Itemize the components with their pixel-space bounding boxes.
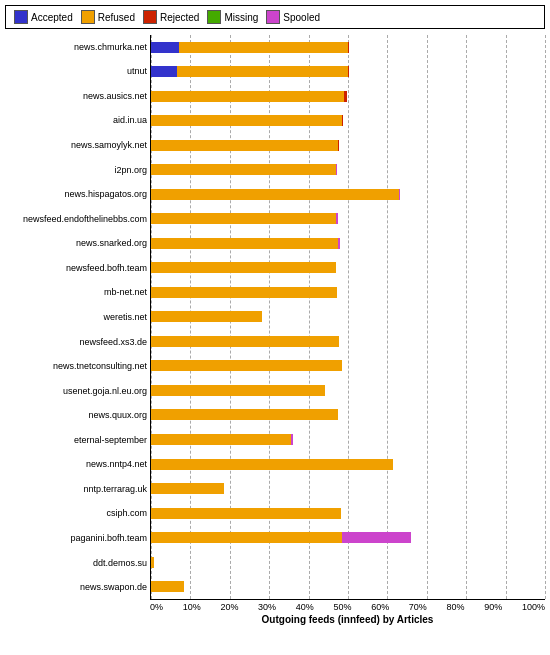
chart-container: AcceptedRefusedRejectedMissingSpooled ne… <box>0 0 550 655</box>
y-label: news.tnetconsulting.net <box>5 362 147 371</box>
y-label: mb-net.net <box>5 288 147 297</box>
bar-row: 71263 <box>151 334 545 348</box>
legend-label-refused: Refused <box>98 12 135 23</box>
x-axis-label: 20% <box>220 602 238 612</box>
bar-row: 42293 <box>151 310 545 324</box>
x-axis-label: 0% <box>150 602 163 612</box>
bar-segment-refused <box>151 434 291 445</box>
x-axis-label: 70% <box>409 602 427 612</box>
y-label: news.nntp4.net <box>5 460 147 469</box>
x-axis-label: 40% <box>296 602 314 612</box>
legend-item-rejected: Rejected <box>143 10 199 24</box>
x-axis-label: 100% <box>522 602 545 612</box>
bar-segment-refused <box>151 581 184 592</box>
y-label: news.quux.org <box>5 411 147 420</box>
bar-row: 723778 <box>151 114 545 128</box>
bar-segment-refused <box>151 287 337 298</box>
bar-row: 72303 <box>151 506 545 520</box>
bar-row: 70195 <box>151 261 545 275</box>
y-label: eternal-september <box>5 436 147 445</box>
y-label: news.samoylyk.net <box>5 141 147 150</box>
y-label: i2pn.org <box>5 166 147 175</box>
x-axis-labels: 0%10%20%30%40%50%60%70%80%90%100% <box>150 602 545 612</box>
bar-segment-refused <box>151 385 325 396</box>
bar-row: 66053 <box>151 383 545 397</box>
bar-segment-rejected <box>338 140 339 151</box>
bar-segment-spooled <box>291 434 293 445</box>
y-labels: news.chmurka.netutnutnews.ausics.netaid.… <box>5 35 150 600</box>
x-axis-label: 60% <box>371 602 389 612</box>
bar-segment-refused <box>177 66 348 77</box>
y-label: csiph.com <box>5 509 147 518</box>
bar-segment-rejected <box>348 42 349 53</box>
bar-segment-refused <box>151 262 336 273</box>
legend: AcceptedRefusedRejectedMissingSpooled <box>5 5 545 29</box>
y-label: weretis.net <box>5 313 147 322</box>
bar-segment-accepted <box>151 66 177 77</box>
bar-segment-refused <box>151 91 344 102</box>
y-label: ddt.demos.su <box>5 559 147 568</box>
bar-row: 12790 <box>151 580 545 594</box>
legend-color-rejected <box>143 10 157 24</box>
bar-row: 1020 <box>151 555 545 569</box>
legend-label-rejected: Rejected <box>160 12 199 23</box>
bar-segment-refused <box>151 409 338 420</box>
bar-segment-spooled <box>336 164 337 175</box>
bar-row: 702220 <box>151 163 545 177</box>
bar-row: 71802990 <box>151 40 545 54</box>
bar-segment-rejected <box>348 66 349 77</box>
legend-item-spooled: Spooled <box>266 10 320 24</box>
bar-row: 925219 <box>151 187 545 201</box>
x-axis-label: 80% <box>447 602 465 612</box>
bar-row: 5972105 <box>151 89 545 103</box>
x-axis: 0%10%20%30%40%50%60%70%80%90%100% <box>5 602 545 612</box>
y-label: news.ausics.net <box>5 92 147 101</box>
legend-color-missing <box>207 10 221 24</box>
gridline <box>545 35 546 599</box>
y-label: newsfeed.xs3.de <box>5 338 147 347</box>
legend-item-missing: Missing <box>207 10 258 24</box>
bar-segment-refused <box>151 483 224 494</box>
y-label: aid.in.ua <box>5 116 147 125</box>
legend-color-refused <box>81 10 95 24</box>
bar-segment-rejected <box>344 91 347 102</box>
bar-row: 705510 <box>151 212 545 226</box>
y-label: news.chmurka.net <box>5 43 147 52</box>
bar-segment-refused <box>151 532 342 543</box>
y-label: news.swapon.de <box>5 583 147 592</box>
y-label: news.hispagatos.org <box>5 190 147 199</box>
bar-segment-spooled <box>336 213 338 224</box>
legend-color-spooled <box>266 10 280 24</box>
bar-row: 92013 <box>151 457 545 471</box>
bar-segment-refused <box>179 42 348 53</box>
y-label: newsfeed.bofh.team <box>5 264 147 273</box>
legend-label-accepted: Accepted <box>31 12 73 23</box>
y-label: usenet.goja.nl.eu.org <box>5 387 147 396</box>
bar-segment-accepted <box>151 42 179 53</box>
bar-segment-refused <box>151 115 342 126</box>
bar-segment-refused <box>151 213 336 224</box>
bar-segment-refused <box>151 336 339 347</box>
x-axis-label: 10% <box>183 602 201 612</box>
bar-segment-refused <box>151 360 342 371</box>
bars-area: 7180299072371274597210572377858105470222… <box>150 35 545 600</box>
bar-segment-refused <box>151 140 338 151</box>
bar-row: 53463 <box>151 433 545 447</box>
bar-segment-refused <box>151 508 341 519</box>
x-axis-title: Outgoing feeds (innfeed) by Articles <box>5 614 545 625</box>
bar-segment-spooled <box>338 238 340 249</box>
legend-label-missing: Missing <box>224 12 258 23</box>
x-axis-label: 50% <box>333 602 351 612</box>
bar-segment-spooled <box>342 532 411 543</box>
legend-item-refused: Refused <box>81 10 135 24</box>
bar-row: 98920 <box>151 531 545 545</box>
bar-segment-refused <box>151 459 393 470</box>
y-label: paganini.bofh.team <box>5 534 147 543</box>
x-axis-label: 30% <box>258 602 276 612</box>
bar-row: 71287 <box>151 236 545 250</box>
bar-row: 72371274 <box>151 65 545 79</box>
x-axis-label: 90% <box>484 602 502 612</box>
y-label: nntp.terrarag.uk <box>5 485 147 494</box>
y-label: newsfeed.endofthelinebbs.com <box>5 215 147 224</box>
bar-segment-refused <box>151 238 338 249</box>
